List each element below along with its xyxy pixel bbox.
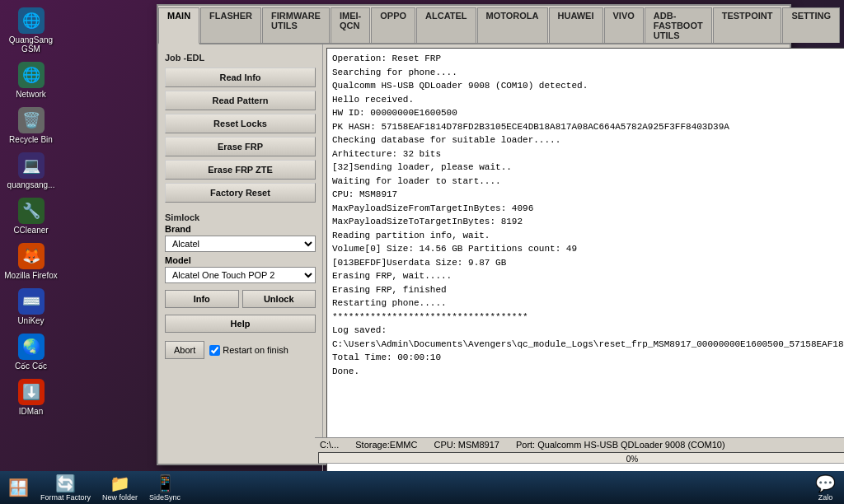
tab-adb[interactable]: ADB-FASTBOOT UTILS	[645, 7, 712, 43]
read-info-button[interactable]: Read Info	[165, 68, 316, 87]
help-button[interactable]: Help	[165, 315, 316, 333]
read-pattern-button[interactable]: Read Pattern	[165, 91, 316, 110]
desktop-icon-area: 🌐 QuangSang GSM 🌐 Network 🗑️ Recycle Bin…	[0, 0, 62, 504]
status-port: Port: Qualcomm HS-USB QDLoader 9008 (COM…	[516, 440, 725, 450]
job-edl-label: Job -EDL	[165, 53, 316, 63]
abort-button[interactable]: Abort	[165, 341, 204, 359]
desktop-icon-label: CCleaner	[13, 226, 48, 235]
desktop-icon-label: Cốc Cốc	[15, 362, 47, 371]
info-unlock-row: Info Unlock	[165, 290, 316, 308]
desktop-icon-label: quangsang...	[7, 180, 55, 189]
status-top: C:\... Storage:EMMC CPU: MSM8917 Port: Q…	[315, 438, 844, 451]
taskbar-start[interactable]: 🪟	[3, 476, 34, 499]
app-window: MAIN FLASHER FIRMWARE UTILS IMEI-QCN OPP…	[157, 4, 791, 465]
desktop-icon-ccleaner[interactable]: 🔧 CCleaner	[2, 194, 60, 238]
tab-alcatel[interactable]: ALCATEL	[416, 7, 476, 43]
desktop-icon-recycle[interactable]: 🗑️ Recycle Bin	[2, 104, 60, 147]
desktop-icon-label: Mozilla Firefox	[4, 271, 57, 280]
desktop-icon-firefox[interactable]: 🦊 Mozilla Firefox	[2, 240, 60, 283]
tab-firmware[interactable]: FIRMWARE UTILS	[262, 7, 330, 43]
main-content: Job -EDL Read Info Read Pattern Reset Lo…	[158, 44, 790, 482]
taskbar-format-factory[interactable]: 🔄 Format Factory	[35, 472, 96, 503]
desktop-icon-network[interactable]: 🌐 Network	[2, 58, 60, 102]
tab-huawei[interactable]: HUAWEI	[549, 7, 603, 43]
restart-checkbox-label[interactable]: Restart on finish	[209, 345, 288, 356]
tab-flasher[interactable]: FLASHER	[200, 7, 261, 43]
brand-label: Brand	[165, 224, 316, 234]
erase-frp-zte-button[interactable]: Erase FRP ZTE	[165, 160, 316, 180]
status-cpu: CPU: MSM8917	[434, 440, 499, 450]
tab-main[interactable]: MAIN	[158, 7, 199, 44]
unlock-button[interactable]: Unlock	[242, 290, 316, 308]
tab-bar: MAIN FLASHER FIRMWARE UTILS IMEI-QCN OPP…	[158, 6, 790, 44]
tab-motorola[interactable]: MOTOROLA	[477, 7, 548, 43]
tab-oppo[interactable]: OPPO	[371, 7, 415, 43]
tab-setting[interactable]: SETTING	[782, 7, 840, 43]
left-panel: Job -EDL Read Info Read Pattern Reset Lo…	[158, 44, 323, 482]
right-panel: Operation: Reset FRPSearching for phone.…	[323, 44, 844, 482]
desktop-icon-label: QuangSang GSM	[4, 35, 59, 54]
desktop-icon-label: IDMan	[19, 407, 43, 416]
restart-label: Restart on finish	[223, 345, 288, 355]
tab-testpoint[interactable]: TESTPOINT	[713, 7, 782, 43]
desktop-icon-unikey[interactable]: ⌨️ UniKey	[2, 285, 60, 329]
taskbar-new-folder[interactable]: 📁 New folder	[97, 472, 143, 503]
status-volume: C:\...	[320, 440, 339, 450]
status-bar: C:\... Storage:EMMC CPU: MSM8917 Port: Q…	[315, 437, 844, 464]
desktop-icon-label: Network	[16, 90, 46, 99]
desktop-icon-quangsang[interactable]: 🌐 QuangSang GSM	[2, 4, 60, 57]
restart-checkbox[interactable]	[209, 345, 220, 356]
desktop-icon-label: UniKey	[17, 316, 44, 325]
simlock-label: Simlock	[165, 212, 316, 222]
desktop: 🌐 QuangSang GSM 🌐 Network 🗑️ Recycle Bin…	[0, 0, 844, 504]
desktop-icon-idman[interactable]: ⬇️ IDMan	[2, 376, 60, 419]
taskbar-sidesync[interactable]: 📱 SideSync	[144, 472, 185, 503]
desktop-icon-cococ[interactable]: 🌏 Cốc Cốc	[2, 330, 60, 374]
status-storage: Storage:EMMC	[355, 440, 417, 450]
model-label: Model	[165, 255, 316, 265]
tab-vivo[interactable]: VIVO	[604, 7, 644, 43]
reset-locks-button[interactable]: Reset Locks	[165, 114, 316, 133]
desktop-icon-quangsang2[interactable]: 💻 quangsang...	[2, 149, 60, 193]
abort-restart-row: Abort Restart on finish	[165, 341, 316, 359]
brand-select[interactable]: Alcatel Samsung Huawei	[165, 236, 316, 252]
log-area: Operation: Reset FRPSearching for phone.…	[326, 48, 844, 478]
simlock-section: Simlock Brand Alcatel Samsung Huawei Mod…	[165, 211, 316, 283]
tab-imei[interactable]: IMEI-QCN	[331, 7, 370, 43]
taskbar-zalo[interactable]: 💬 Zalo	[810, 472, 841, 503]
info-button[interactable]: Info	[165, 290, 239, 308]
progress-label: 0%	[315, 455, 844, 464]
taskbar: 🪟 🔄 Format Factory 📁 New folder 📱 SideSy…	[0, 471, 844, 504]
model-select[interactable]: Alcatel One Touch POP 2	[165, 267, 316, 283]
erase-frp-button[interactable]: Erase FRP	[165, 137, 316, 156]
factory-reset-button[interactable]: Factory Reset	[165, 183, 316, 203]
desktop-icon-label: Recycle Bin	[9, 135, 53, 144]
